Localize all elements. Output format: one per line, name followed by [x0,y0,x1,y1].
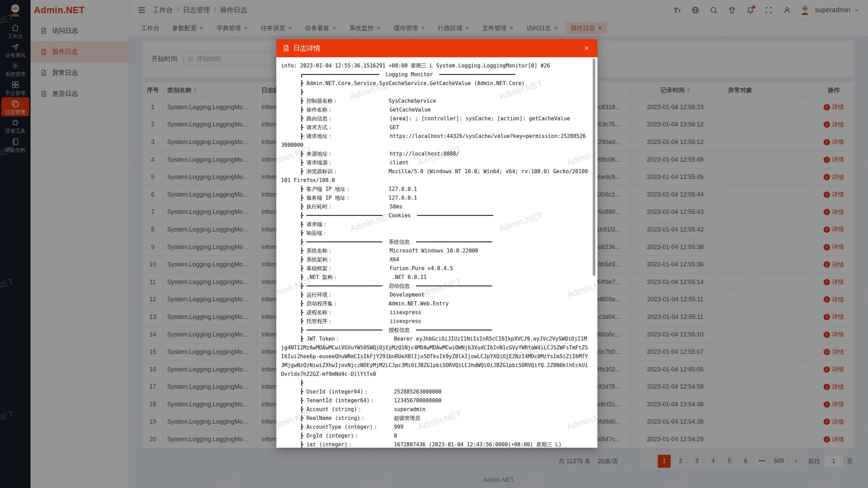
scrollbar-thumb[interactable] [593,59,595,276]
log-detail-text: info: 2023-01-04 12:55:36.1516291 +08:00… [281,61,589,448]
document-icon [282,44,290,52]
dialog-body: info: 2023-01-04 12:55:36.1516291 +08:00… [276,57,597,448]
app-root: 工作台业务测试系统管理平台管理日志管理开发工具帮助文档 Admin.NET 访问… [0,0,868,488]
dialog-scrollbar[interactable] [593,59,595,446]
close-icon[interactable] [582,43,591,53]
dialog-header: 日志详情 [276,39,597,57]
log-detail-dialog: 日志详情 info: 2023-01-04 12:55:36.1516291 +… [276,39,597,448]
dialog-title: 日志详情 [293,44,320,53]
